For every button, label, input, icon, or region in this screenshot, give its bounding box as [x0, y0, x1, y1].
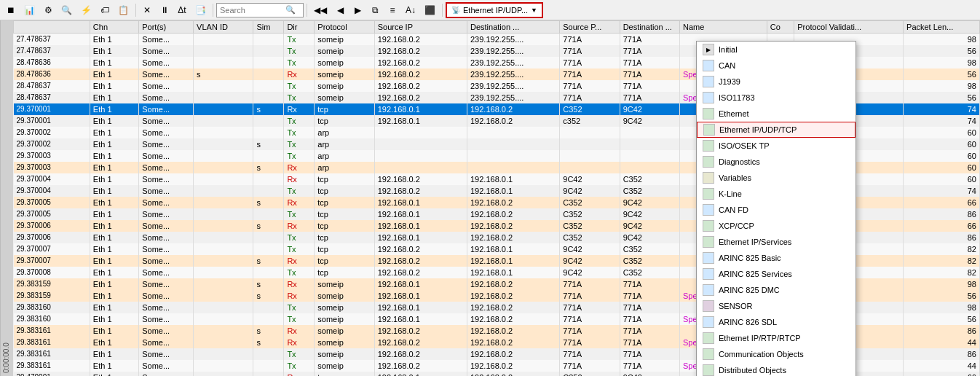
toolbar-btn-nav2[interactable]: ◀ [332, 2, 348, 18]
menu-item-eth-rtp-rtcp[interactable]: Ethernet IP/RTP/RTCP [697, 330, 855, 346]
toolbar-btn-4[interactable]: 🔍 [58, 2, 76, 18]
menu-icon-diagnostics [703, 156, 714, 168]
col-header-srcip[interactable]: Source IP [374, 21, 467, 34]
cell-dstip: 192.168.0.2 [467, 103, 559, 115]
col-header-proto[interactable]: Protocol [315, 21, 374, 34]
menu-item-ethernet[interactable]: Ethernet [697, 106, 855, 122]
cell-dir: Tx [284, 34, 315, 45]
search-box[interactable]: 🔍 [216, 3, 304, 17]
col-header-dstp[interactable]: Destination ... [620, 21, 679, 34]
menu-item-dist-objects[interactable]: Distributed Objects [697, 362, 855, 376]
menu-item-arinc-825-basic[interactable]: ARINC 825 Basic [697, 250, 855, 266]
cell-chn: Eth 1 [90, 92, 138, 103]
col-header-pl[interactable]: Packet Len... [904, 21, 980, 34]
menu-label-can: CAN [719, 61, 735, 70]
toolbar-btn-7[interactable]: 📋 [114, 2, 133, 18]
menu-item-sensor[interactable]: SENSOR [697, 298, 855, 314]
cell-time: 29.370005 [14, 197, 90, 208]
col-header-port[interactable]: Port(s) [139, 21, 194, 34]
protocol-dropdown-btn[interactable]: 📡 Ethernet IP/UDP... ▼ [446, 2, 543, 18]
toolbar-btn-6[interactable]: 🏷 [97, 2, 113, 18]
cell-sim [253, 185, 284, 197]
menu-item-ethernet-ip[interactable]: Ethernet IP/UDP/TCP [697, 122, 855, 138]
cell-dstip: 192.168.0.2 [467, 290, 559, 302]
col-header-co[interactable]: Co [767, 21, 794, 34]
cell-protocol: someip [315, 302, 374, 313]
toolbar-btn-delta[interactable]: Δt [174, 2, 190, 18]
cell-dstip: 239.192.255.... [467, 92, 559, 103]
toolbar-btn-nav4[interactable]: ⧉ [367, 2, 383, 18]
menu-icon-xcp-ccp [703, 220, 714, 232]
cell-time: 29.383160 [14, 302, 90, 313]
col-header-vlan[interactable]: VLAN ID [194, 21, 253, 34]
cell-sim [253, 57, 284, 68]
cell-dstp: C352 [620, 173, 679, 185]
cell-chn: Eth 1 [90, 138, 138, 150]
menu-label-arinc-825-basic: ARINC 825 Basic [719, 254, 781, 262]
col-header-name[interactable]: Name [680, 21, 767, 34]
cell-chn: Eth 1 [90, 255, 138, 267]
toolbar-btn-5[interactable]: ⚡ [77, 2, 95, 18]
col-header-pv[interactable]: Protocol Validati... [794, 21, 904, 34]
col-header-chn[interactable]: Chn [90, 21, 138, 34]
cell-ports: Some... [139, 278, 194, 290]
menu-item-arinc-825-dmc[interactable]: ARINC 825 DMC [697, 282, 855, 298]
toolbar-btn-sq[interactable]: ⬛ [421, 2, 439, 18]
cell-vlan [194, 173, 253, 185]
menu-item-xcp-ccp[interactable]: XCP/CCP [697, 218, 855, 234]
cell-chn: Eth 1 [90, 127, 138, 138]
cell-ports: Some... [139, 185, 194, 197]
menu-item-comm-objects[interactable]: Communication Objects [697, 346, 855, 362]
cell-pl: 74 [904, 103, 980, 115]
cell-ports: Some... [139, 162, 194, 173]
toolbar-btn-3[interactable]: ⚙ [40, 2, 56, 18]
toolbar-btn-nav5[interactable]: ≡ [384, 2, 400, 18]
menu-item-arinc-825-services[interactable]: ARINC 825 Services [697, 266, 855, 282]
menu-item-can[interactable]: CAN [697, 58, 855, 74]
toolbar-btn-nav3[interactable]: ▶ [349, 2, 365, 18]
toolbar-btn-2[interactable]: 📊 [20, 2, 39, 18]
toolbar-btn-az[interactable]: A↓ [402, 2, 419, 18]
menu-item-eth-ip-services[interactable]: Ethernet IP/Services [697, 234, 855, 250]
menu-label-can-fd: CAN FD [719, 205, 748, 214]
toolbar-btn-pause[interactable]: ⏸ [157, 2, 173, 18]
toolbar-btn-doc[interactable]: 📑 [191, 2, 210, 18]
menu-item-diagnostics[interactable]: Diagnostics [697, 154, 855, 170]
menu-item-kline[interactable]: K-Line [697, 186, 855, 202]
menu-item-arinc-826[interactable]: ARINC 826 SDL [697, 314, 855, 330]
search-input[interactable] [220, 6, 285, 15]
menu-item-iso11783[interactable]: ISO11783 [697, 90, 855, 106]
cell-dstp [620, 138, 679, 150]
cell-time: 29.383161 [14, 337, 90, 348]
menu-item-initial[interactable]: ▶ Initial [697, 42, 855, 58]
cell-srcip: 192.168.0.2 [374, 337, 467, 348]
cell-dir: Rx [284, 290, 315, 302]
cell-sim [253, 80, 284, 92]
cell-dstip: 192.168.0.2 [467, 337, 559, 348]
cell-sim [253, 372, 284, 377]
cell-protocol: tcp [315, 103, 374, 115]
col-header-dstip[interactable]: Destination ... [467, 21, 559, 34]
cell-chn: Eth 1 [90, 302, 138, 313]
col-header-sim[interactable]: Sim [253, 21, 284, 34]
cell-vlan: s [194, 68, 253, 80]
col-header-dir[interactable]: Dir [284, 21, 315, 34]
menu-item-can-fd[interactable]: CAN FD [697, 202, 855, 218]
cell-vlan [194, 138, 253, 150]
toolbar-btn-1[interactable]: ⏹ [3, 2, 19, 18]
menu-item-variables[interactable]: Variables [697, 170, 855, 186]
cell-chn: Eth 1 [90, 220, 138, 232]
cell-dstp: 9C42 [620, 232, 679, 243]
menu-label-ethernet: Ethernet [719, 109, 749, 118]
cell-dstp: 9C42 [620, 220, 679, 232]
menu-item-iso-osek[interactable]: ISO/OSEK TP [697, 138, 855, 154]
menu-icon-iso-osek [703, 140, 714, 152]
col-header-srcp[interactable]: Source P... [560, 21, 620, 34]
cell-dstip: 192.168.0.1 [467, 255, 559, 267]
main-container: 0:00:00.0 Chn Port(s) VLAN ID Sim Dir Pr… [0, 20, 980, 376]
toolbar-btn-nav1[interactable]: ◀◀ [310, 2, 331, 18]
toolbar-btn-stop[interactable]: ✕ [139, 2, 155, 18]
menu-item-j1939[interactable]: J1939 [697, 74, 855, 90]
menu-icon-dist-objects [703, 364, 714, 376]
cell-srcp: 771A [560, 302, 620, 313]
